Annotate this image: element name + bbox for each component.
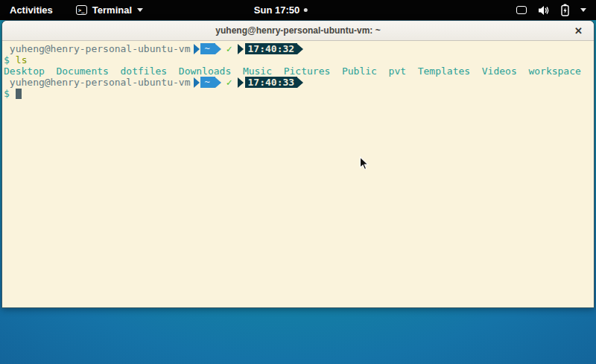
powerline-arrow-icon [194, 44, 200, 54]
window-titlebar[interactable]: yuheng@henry-personal-ubuntu-vm: ~ ✕ [2, 21, 594, 41]
prompt-path-segment: ~ [200, 77, 215, 88]
activities-button[interactable]: Activities [0, 0, 63, 20]
terminal-content[interactable]: yuheng@henry-personal-ubuntu-vm ~ ✓ 17:4… [2, 41, 594, 99]
command-line: $ ls [4, 54, 592, 66]
ls-output-line: Desktop Documents dotfiles Downloads Mus… [4, 66, 592, 77]
terminal-window: yuheng@henry-personal-ubuntu-vm: ~ ✕ yuh… [1, 20, 595, 308]
prompt-symbol: $ [4, 54, 10, 66]
app-menu-button[interactable]: >_ Terminal [72, 0, 148, 20]
status-check-icon: ✓ [226, 77, 232, 88]
command-text: ls [16, 54, 28, 66]
system-menu[interactable] [507, 0, 596, 20]
prompt-user-host: yuheng@henry-personal-ubuntu-vm [4, 43, 190, 54]
volume-icon [538, 5, 550, 16]
status-check-icon: ✓ [226, 43, 232, 54]
prompt-line: yuheng@henry-personal-ubuntu-vm ~ ✓ 17:4… [4, 77, 592, 88]
prompt-line: yuheng@henry-personal-ubuntu-vm ~ ✓ 17:4… [4, 43, 592, 54]
top-bar: Activities >_ Terminal Sun 17:50 [0, 0, 596, 20]
prompt-path-segment: ~ [200, 43, 215, 54]
powerline-arrow-icon [297, 44, 303, 54]
top-bar-left: Activities >_ Terminal [0, 0, 148, 20]
prompt-symbol: $ [4, 88, 10, 99]
powerline-arrow-icon [238, 77, 244, 88]
powerline-arrow-icon [297, 77, 303, 88]
prompt-time-segment: 17:40:32 [245, 43, 298, 54]
prompt-time-segment: 17:40:33 [245, 77, 298, 88]
terminal-cursor [16, 89, 22, 99]
clock-button[interactable]: Sun 17:50 [254, 0, 308, 20]
notification-dot-icon [304, 8, 308, 12]
chevron-down-icon [137, 8, 143, 12]
powerline-arrow-icon [215, 77, 221, 88]
directory-list: Desktop Documents dotfiles Downloads Mus… [4, 66, 581, 77]
powerline-arrow-icon [194, 77, 200, 88]
screen-icon [516, 6, 527, 14]
app-menu-label: Terminal [92, 4, 132, 16]
command-line: $ [4, 88, 592, 99]
terminal-app-icon: >_ [76, 5, 87, 15]
chevron-down-icon [580, 8, 586, 12]
battery-charging-icon [561, 4, 569, 16]
clock-label: Sun 17:50 [254, 4, 299, 16]
powerline-arrow-icon [238, 44, 244, 54]
prompt-user-host: yuheng@henry-personal-ubuntu-vm [4, 77, 190, 88]
window-title: yuheng@henry-personal-ubuntu-vm: ~ [215, 25, 380, 36]
close-icon[interactable]: ✕ [574, 26, 583, 36]
powerline-arrow-icon [215, 44, 221, 54]
